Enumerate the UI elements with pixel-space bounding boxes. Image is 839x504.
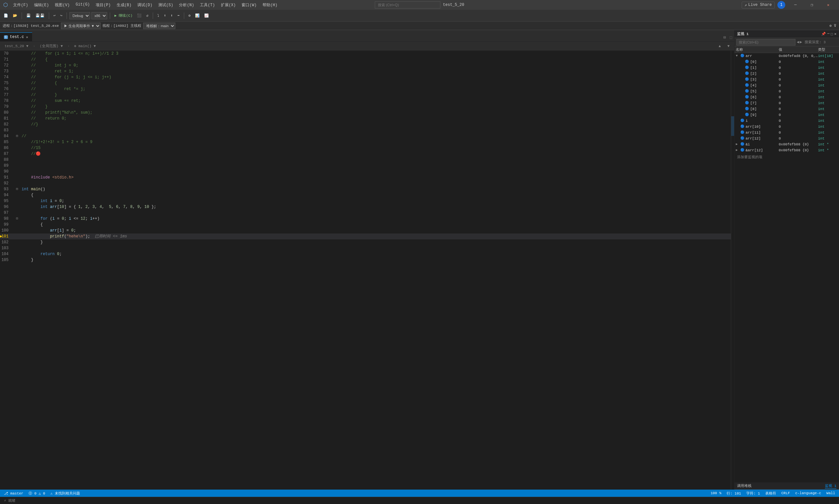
watch-row-arr-8[interactable]: 🔵 [8] 0 int — [734, 106, 839, 112]
step-back-button[interactable]: ⬅ — [176, 13, 181, 19]
perf-button[interactable]: 📈 — [203, 13, 210, 19]
watch-row-addr-i[interactable]: ▶ 🔵 &i 0x00fefb08 {0} int * — [734, 142, 839, 147]
step-out-button[interactable]: ⬆ — [169, 13, 175, 19]
line-col-item[interactable]: 行: 101 — [725, 491, 742, 496]
step-over-button[interactable]: ⤵ — [156, 13, 161, 19]
scroll-up-button[interactable]: ▲ — [717, 43, 723, 49]
watch-row-arr-2[interactable]: 🔵 [2] 0 int — [734, 71, 839, 77]
zoom-item[interactable]: 100 % — [709, 491, 723, 495]
code-editor[interactable]: 70 // for (i = 1; i <= n; i++)//1 2 3 71… — [0, 51, 731, 490]
stack-frame-select[interactable]: 堆栈帧：main — [143, 23, 175, 29]
redo-button[interactable]: ↪ — [59, 13, 64, 19]
watch-row-arr-0[interactable]: 🔵 [0] 0 int — [734, 59, 839, 65]
watch-row-arr-3[interactable]: 🔵 [3] 0 int — [734, 77, 839, 83]
restart-button[interactable]: ↺ — [144, 13, 150, 19]
expand-icon-addr-i[interactable]: ▶ — [736, 142, 739, 147]
save-all-button[interactable]: 💾💾 — [34, 13, 46, 19]
fold-icon-93[interactable]: ⊟ — [16, 186, 18, 192]
search-next-button[interactable]: ▶ — [800, 40, 802, 44]
menu-debug[interactable]: 调试(D) — [135, 1, 155, 9]
close-button[interactable]: ✕ — [821, 0, 836, 10]
open-file-button[interactable]: 📂 — [11, 13, 19, 19]
undo-button[interactable]: ↩ — [52, 13, 57, 19]
menu-build[interactable]: 生成(B) — [114, 1, 134, 9]
watch-value-addr-arr12: 0x00fefb08 {0} — [779, 147, 818, 153]
maximize-panel-button[interactable]: ⬚ — [728, 34, 734, 41]
watch-row-i[interactable]: 🔵 i 0 int — [734, 118, 839, 124]
menu-window[interactable]: 窗口(W) — [239, 1, 259, 9]
search-prev-button[interactable]: ◀ — [797, 40, 799, 44]
code-area-wrapper: 70 // for (i = 1; i <= n; i++)//1 2 3 71… — [0, 51, 734, 490]
scroll-down-button[interactable]: ▼ — [725, 43, 732, 49]
split-editor-button[interactable]: ⊟ — [722, 34, 728, 41]
watch-row-arr-10[interactable]: 🔵 arr[10] 0 int — [734, 124, 839, 130]
user-avatar[interactable]: 1 — [777, 1, 785, 9]
file-selector[interactable]: test_5_20 ▼ — [3, 43, 31, 49]
menu-edit[interactable]: 编辑(E) — [32, 1, 52, 9]
status-right: 100 % 行: 101 字符: 1 表格符 CRLF c-language-c… — [709, 491, 836, 496]
callstack-label[interactable]: 调用堆栈 — [737, 483, 751, 488]
live-share-button[interactable]: ↗ Live Share — [742, 2, 775, 8]
expand-icon-addr-arr12[interactable]: ▶ — [736, 147, 739, 153]
restore-button[interactable]: ❐ — [804, 0, 819, 10]
watch-type-arr7: int — [818, 100, 838, 106]
scope-selector[interactable]: (全局范围) ▼ — [38, 43, 65, 49]
watch-tab-label[interactable]: 监视 1 — [825, 483, 836, 489]
watch-row-arr-1[interactable]: 🔵 [1] 0 int — [734, 65, 839, 71]
watch-row-arr-11[interactable]: 🔵 arr[11] 0 int — [734, 130, 839, 136]
menu-test[interactable]: 测试(S) — [156, 1, 176, 9]
stop-button[interactable]: ⬛ — [135, 13, 143, 19]
wall-item[interactable]: Wall — [825, 491, 836, 495]
watch-search-input[interactable] — [736, 39, 796, 46]
function-selector[interactable]: ⊕ main() ▼ — [72, 43, 98, 49]
fold-icon-98[interactable]: ⊟ — [16, 216, 18, 222]
tab-close-icon[interactable]: ✕ — [26, 35, 28, 39]
menu-project[interactable]: 项目(P) — [93, 1, 113, 9]
watch-row-arr-6[interactable]: 🔵 [6] 0 int — [734, 94, 839, 100]
table-row: 98 ⊟ for (i = 0; i <= 12; i++) — [0, 216, 731, 222]
watch-row-arr-4[interactable]: 🔵 [4] 0 int — [734, 83, 839, 88]
menu-extensions[interactable]: 扩展(X) — [218, 1, 239, 9]
platform-select[interactable]: x86 — [91, 12, 107, 19]
watch-maximize-button[interactable]: ⬚ — [831, 32, 833, 36]
watch-row-arr-7[interactable]: 🔵 [7] 0 int — [734, 100, 839, 106]
filter-icon[interactable]: ⚙ ⊽ — [829, 23, 836, 28]
watch-type-arr10: int — [818, 124, 838, 130]
watch-row-arr-9[interactable]: 🔵 [9] 0 int — [734, 112, 839, 118]
watch-close-button[interactable]: ✕ — [834, 32, 836, 36]
breakpoint-button[interactable]: ⚙ — [187, 13, 192, 19]
char-count-item[interactable]: 字符: 1 — [745, 491, 761, 496]
menu-tools[interactable]: 工具(T) — [197, 1, 217, 9]
tab-test-c[interactable]: C test.c ✕ — [0, 32, 32, 41]
menu-view[interactable]: 视图(V) — [52, 1, 72, 9]
errors-item[interactable]: ⓪ 0 △ 0 — [27, 491, 47, 496]
global-search[interactable] — [375, 1, 440, 8]
menu-analyze[interactable]: 分析(N) — [176, 1, 197, 9]
new-file-button[interactable]: 📄 — [2, 13, 10, 19]
fold-icon-84[interactable]: ⊟ — [16, 133, 18, 139]
git-branch-item[interactable]: ⎇ master — [3, 491, 24, 496]
event-filter[interactable]: ▶ 生命周期事件 ▼ — [61, 23, 101, 29]
tab-size-item[interactable]: 表格符 — [764, 491, 777, 496]
menu-git[interactable]: Git(G) — [73, 1, 92, 9]
menu-file[interactable]: 文件(F) — [11, 1, 31, 9]
minimize-button[interactable]: ─ — [788, 0, 803, 10]
watch-row-addr-arr12[interactable]: ▶ 🔵 &arr[12] 0x00fefb08 {0} int * — [734, 147, 839, 153]
watch-row-arr-5[interactable]: 🔵 [5] 0 int — [734, 88, 839, 94]
save-button[interactable]: 💾 — [24, 13, 32, 19]
add-watch-row[interactable]: 添加要监视的项 — [734, 153, 839, 161]
watch-row-arr-12[interactable]: 🔵 arr[12] 0 int — [734, 136, 839, 142]
debug-config-select[interactable]: Debug — [69, 12, 90, 19]
watch-pin-button[interactable]: 📌 — [821, 32, 826, 36]
problems-item[interactable]: ⚠ 未找到相关问题 — [49, 491, 81, 496]
language-item[interactable]: c-language-c — [794, 491, 822, 495]
step-into-button[interactable]: ⬇ — [162, 13, 168, 19]
memory-button[interactable]: 📊 — [193, 13, 201, 19]
watch-row-arr[interactable]: ▼ 🔵 arr 0x00fefad8 {0, 0, 0, 0, 0, 0, 0,… — [734, 53, 839, 59]
expand-icon-arr[interactable]: ▼ — [736, 53, 739, 59]
continue-button[interactable]: ▶ 继续(C) — [113, 12, 134, 19]
menu-help[interactable]: 帮助(H) — [260, 1, 280, 9]
watch-name-i: i — [746, 118, 748, 124]
watch-minimize-button[interactable]: ─ — [827, 32, 829, 36]
encoding-item[interactable]: CRLF — [780, 491, 791, 495]
